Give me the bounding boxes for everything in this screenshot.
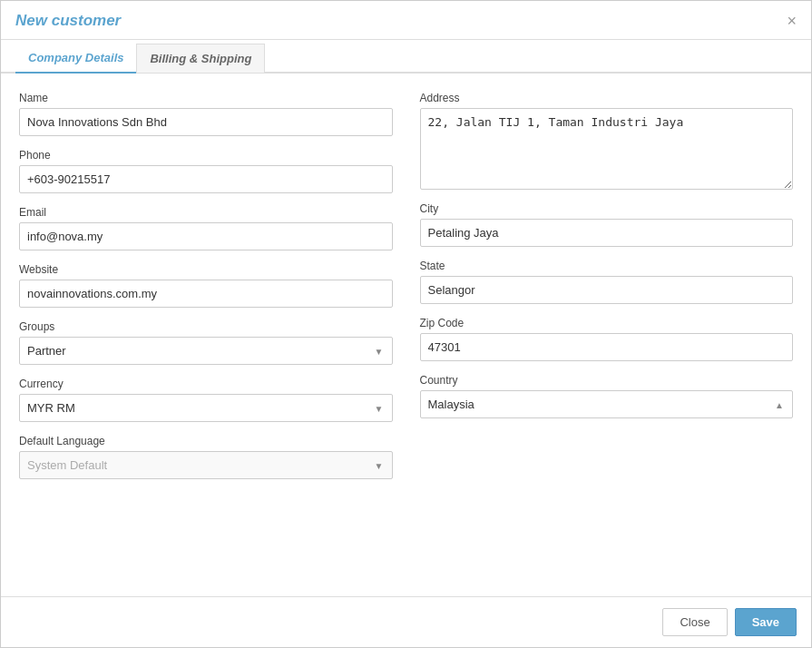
state-field-group: State xyxy=(420,260,794,304)
website-input[interactable] xyxy=(19,280,393,308)
groups-select[interactable]: Partner Customer Supplier xyxy=(19,337,393,365)
zip-label: Zip Code xyxy=(420,317,794,329)
website-label: Website xyxy=(19,263,393,276)
address-label: Address xyxy=(420,92,794,104)
modal-title: New customer xyxy=(15,12,121,30)
country-label: Country xyxy=(420,374,794,387)
phone-input[interactable] xyxy=(19,165,393,193)
zip-input[interactable] xyxy=(420,333,794,361)
email-input[interactable] xyxy=(19,222,393,250)
form-columns: Name Phone Email Website Groups xyxy=(19,92,793,578)
address-field-group: Address 22, Jalan TIJ 1, Taman Industri … xyxy=(420,92,794,190)
currency-field-group: Currency MYR RM USD EUR SGD xyxy=(19,378,393,422)
name-input[interactable] xyxy=(19,108,393,136)
modal-footer: Close Save xyxy=(1,596,811,647)
modal-close-icon[interactable]: × xyxy=(787,13,797,29)
right-column: Address 22, Jalan TIJ 1, Taman Industri … xyxy=(420,92,794,578)
tabs-container: Company Details Billing & Shipping xyxy=(1,44,811,74)
phone-label: Phone xyxy=(19,149,393,162)
email-label: Email xyxy=(19,206,393,219)
close-button[interactable]: Close xyxy=(662,608,727,636)
tab-billing-shipping[interactable]: Billing & Shipping xyxy=(136,44,265,74)
default-language-select[interactable]: System Default xyxy=(19,451,393,479)
state-input[interactable] xyxy=(420,276,794,304)
modal-header: New customer × xyxy=(1,1,811,40)
currency-select[interactable]: MYR RM USD EUR SGD xyxy=(19,394,393,422)
city-field-group: City xyxy=(420,202,794,247)
country-select-wrapper: Malaysia Singapore Indonesia Thailand xyxy=(420,390,794,418)
save-button[interactable]: Save xyxy=(735,608,797,636)
address-textarea[interactable]: 22, Jalan TIJ 1, Taman Industri Jaya xyxy=(420,108,794,190)
default-language-field-group: Default Language System Default xyxy=(19,435,393,479)
state-label: State xyxy=(420,260,794,272)
default-language-label: Default Language xyxy=(19,435,393,447)
currency-label: Currency xyxy=(19,378,393,390)
name-label: Name xyxy=(19,92,393,104)
currency-select-wrapper: MYR RM USD EUR SGD xyxy=(19,394,393,422)
country-select[interactable]: Malaysia Singapore Indonesia Thailand xyxy=(420,390,794,418)
name-field-group: Name xyxy=(19,92,393,136)
default-language-select-wrapper: System Default xyxy=(19,451,393,479)
groups-select-wrapper: Partner Customer Supplier xyxy=(19,337,393,365)
city-input[interactable] xyxy=(420,219,794,247)
country-field-group: Country Malaysia Singapore Indonesia Tha… xyxy=(420,374,794,418)
email-field-group: Email xyxy=(19,206,393,250)
new-customer-modal: New customer × Company Details Billing &… xyxy=(0,0,812,648)
tab-company-details[interactable]: Company Details xyxy=(15,44,136,74)
website-field-group: Website xyxy=(19,263,393,308)
city-label: City xyxy=(420,202,794,215)
groups-field-group: Groups Partner Customer Supplier xyxy=(19,320,393,365)
phone-field-group: Phone xyxy=(19,149,393,193)
left-column: Name Phone Email Website Groups xyxy=(19,92,393,578)
zip-field-group: Zip Code xyxy=(420,317,794,361)
groups-label: Groups xyxy=(19,320,393,333)
modal-body: Name Phone Email Website Groups xyxy=(1,74,811,596)
